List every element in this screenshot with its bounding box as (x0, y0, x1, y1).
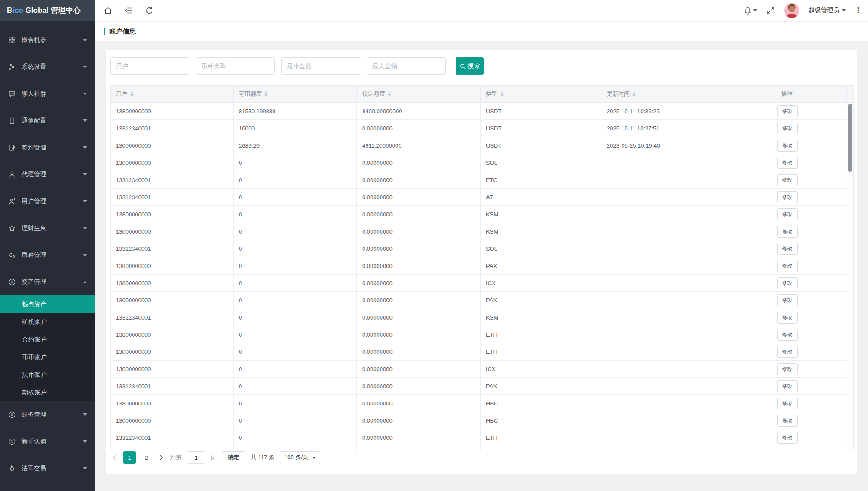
sidebar-subitem-1[interactable]: 矿机账户 (0, 313, 95, 331)
cell-updated (601, 171, 727, 188)
cell-updated (601, 343, 727, 360)
sidebar-item-label: 新币认购 (22, 438, 46, 446)
sidebar-item-2[interactable]: 聊天社群 (0, 80, 95, 107)
home-icon[interactable] (104, 6, 112, 15)
user-avatar[interactable] (784, 3, 799, 18)
edit-button[interactable]: 修改 (777, 415, 798, 427)
sidebar-item-11[interactable]: 新币认购 (0, 428, 95, 455)
edit-button[interactable]: 修改 (777, 208, 798, 220)
per-page-select[interactable]: 100 条/页 (280, 451, 320, 464)
max-amount-filter-input[interactable] (367, 57, 446, 75)
column-header-2[interactable]: 锁定额度 (357, 86, 481, 103)
edit-button[interactable]: 修改 (777, 191, 798, 203)
edit-button[interactable]: 修改 (777, 329, 798, 341)
edit-button[interactable]: 修改 (777, 123, 798, 134)
edit-button[interactable]: 修改 (777, 140, 798, 152)
goto-page-input[interactable] (187, 451, 205, 464)
sidebar-subitem-2[interactable]: 合约账户 (0, 331, 95, 348)
column-header-4[interactable]: 更新时间 (601, 86, 727, 103)
sidebar-subitem-4[interactable]: 法币账户 (0, 366, 95, 383)
sort-icon[interactable] (500, 91, 504, 97)
sort-icon[interactable] (632, 91, 636, 97)
column-header-0[interactable]: 用户 (111, 86, 234, 103)
cell-updated (601, 309, 727, 326)
bell-icon (743, 6, 752, 15)
sidebar-item-5[interactable]: 代理管理 (0, 161, 95, 188)
sidebar-item-10[interactable]: ¥财务管理 (0, 401, 95, 428)
prev-page-icon[interactable] (111, 454, 118, 461)
sidebar-item-1[interactable]: 系统设置 (0, 53, 95, 80)
sidebar-subitem-5[interactable]: 期权账户 (0, 383, 95, 401)
sidebar-item-8[interactable]: 币种管理 (0, 242, 95, 268)
cell-updated: 2025-10-11 10:27:51 (601, 120, 727, 137)
search-button-label: 搜索 (468, 62, 480, 70)
sidebar-item-4[interactable]: 签到管理 (0, 134, 95, 161)
column-header-1[interactable]: 可用额度 (234, 86, 357, 103)
column-header-3[interactable]: 类型 (481, 86, 601, 103)
fold-menu-icon[interactable] (124, 6, 133, 15)
search-button[interactable]: 搜索 (456, 57, 484, 75)
sidebar-item-7[interactable]: 理财生息 (0, 215, 95, 242)
page-unit-label: 页 (211, 454, 216, 461)
edit-button[interactable]: 修改 (777, 277, 798, 289)
edit-button[interactable]: 修改 (777, 363, 798, 375)
sidebar-subitem-3[interactable]: 币币账户 (0, 348, 95, 366)
edit-button[interactable]: 修改 (777, 105, 798, 117)
cell-locked: 0.00000000 (357, 206, 481, 223)
topbar: 超级管理员 ⋮ (95, 0, 868, 21)
sidebar-item-12[interactable]: 法币交易 (0, 455, 95, 482)
user-menu[interactable]: 超级管理员 (809, 7, 846, 15)
edit-button[interactable]: 修改 (777, 260, 798, 272)
goto-confirm-button[interactable]: 确定 (222, 451, 245, 464)
cell-locked: 0.00000000 (357, 120, 481, 137)
more-options-icon[interactable]: ⋮ (855, 7, 862, 14)
edit-button[interactable]: 修改 (777, 157, 798, 169)
table-row: 1380000000000.00000000PAX修改 (111, 257, 853, 275)
sidebar-item-9[interactable]: $资产管理 (0, 268, 95, 295)
cell-type: ETH (481, 326, 601, 343)
edit-button[interactable]: 修改 (777, 294, 798, 306)
chevron-down-icon (83, 440, 87, 443)
refresh-icon[interactable] (145, 6, 154, 15)
min-amount-filter-input[interactable] (281, 57, 360, 75)
edit-button[interactable]: 修改 (777, 243, 798, 255)
page-button-1[interactable]: 1 (123, 451, 136, 464)
cell-available: 0 (234, 395, 357, 412)
edit-button[interactable]: 修改 (777, 432, 798, 444)
sidebar-subitem-0[interactable]: 钱包资产 (0, 295, 95, 313)
cell-type: SOL (481, 154, 601, 171)
agent-icon (8, 171, 16, 179)
column-header-label: 类型 (486, 90, 497, 98)
user-filter-input[interactable] (110, 57, 189, 75)
sidebar-submenu: 钱包资产矿机账户合约账户币币账户法币账户期权账户 (0, 295, 95, 401)
cell-user: 13000000000 (111, 154, 234, 171)
cell-available: 0 (234, 309, 357, 326)
sidebar-item-3[interactable]: 通信配置 (0, 107, 95, 134)
sidebar-item-0[interactable]: 撮合机器 (0, 26, 95, 53)
cell-available: 0 (234, 240, 357, 257)
cell-action: 修改 (727, 154, 847, 171)
notifications-button[interactable] (743, 6, 757, 15)
chevron-down-icon (842, 9, 846, 11)
cell-available: 0 (234, 257, 357, 274)
fullscreen-icon[interactable] (766, 6, 775, 15)
edit-button[interactable]: 修改 (777, 312, 798, 324)
edit-button[interactable]: 修改 (777, 380, 798, 392)
table-scrollbar-track[interactable] (847, 103, 853, 450)
cell-locked: 0.00000000 (357, 309, 481, 326)
sidebar-item-6[interactable]: 用户管理 (0, 188, 95, 215)
table-row: 1300000000000.00000000ETH修改 (111, 343, 853, 361)
yen-circle-icon: ¥ (8, 411, 16, 419)
sort-icon[interactable] (264, 91, 268, 97)
sort-icon[interactable] (130, 91, 134, 97)
edit-button[interactable]: 修改 (777, 174, 798, 186)
coin-type-filter-input[interactable] (196, 57, 275, 75)
edit-button[interactable]: 修改 (777, 226, 798, 238)
table-scrollbar-thumb[interactable] (848, 104, 852, 172)
edit-button[interactable]: 修改 (777, 346, 798, 358)
edit-button[interactable]: 修改 (777, 398, 798, 409)
cell-action: 修改 (727, 309, 847, 326)
sort-icon[interactable] (388, 91, 391, 97)
page-button-2[interactable]: 2 (140, 451, 152, 464)
next-page-icon[interactable] (158, 454, 165, 461)
